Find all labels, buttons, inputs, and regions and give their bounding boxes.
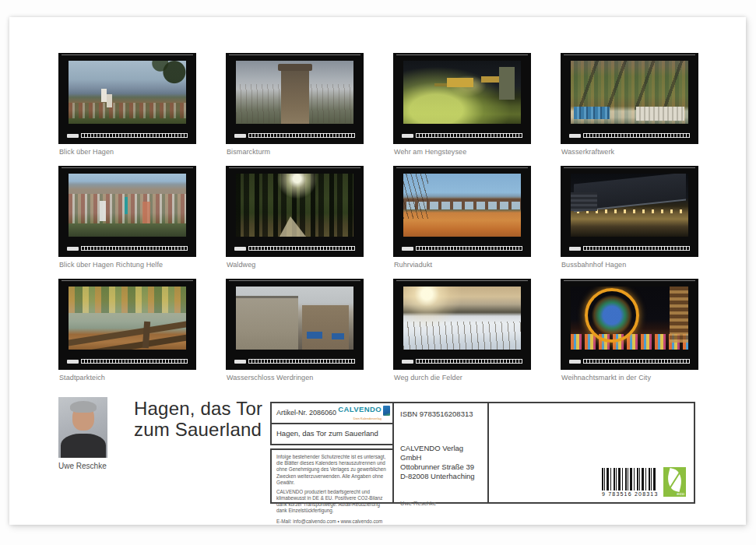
thumbnail-grid: Blick über Hagen Bismarckturm Wehr am He… bbox=[58, 53, 698, 382]
day-cells bbox=[248, 359, 355, 364]
thumbnail-caption: Wasserkraftwerk bbox=[561, 148, 698, 156]
article-title-box: Artikel-Nr. 2086060 CALVENDO Dein Kalend… bbox=[270, 402, 394, 445]
mini-calendar-strip bbox=[569, 358, 690, 364]
day-cells bbox=[248, 133, 355, 138]
photo-forest-path bbox=[236, 174, 353, 237]
day-cells bbox=[81, 246, 188, 251]
photo-view-hagen-helfe bbox=[69, 174, 186, 237]
isbn-publisher-box: ISBN 9783516208313 CALVENDO Verlag GmbH … bbox=[392, 402, 489, 504]
publisher-street: Ottobrunner Straße 39 bbox=[400, 462, 483, 472]
month-label-box bbox=[402, 247, 413, 251]
calendar-thumbnail: Blick über Hagen bbox=[58, 53, 196, 156]
author-credit: Uwe Reschke bbox=[400, 500, 483, 507]
title-line-2: zum Sauerland bbox=[134, 420, 262, 441]
day-cells bbox=[416, 133, 522, 138]
photo-bus-station bbox=[571, 174, 688, 237]
thumbnail-caption: Blick über Hagen bbox=[58, 148, 196, 156]
calendar-title: Hagen, das Tor zum Sauerland bbox=[134, 399, 262, 441]
calendar-title-row: Hagen, das Tor zum Sauerland bbox=[272, 424, 392, 438]
day-cells bbox=[248, 246, 355, 251]
calendar-thumbnail: Weihnachtsmarkt in der City bbox=[561, 279, 698, 382]
mini-calendar-cover bbox=[393, 53, 531, 144]
eco-label: eco bbox=[677, 491, 684, 496]
calendar-thumbnail: Bismarckturm bbox=[226, 53, 364, 156]
calendar-thumbnail: Ruhrviadukt bbox=[393, 166, 531, 269]
calendar-thumbnail: Wehr am Hengsteysee bbox=[393, 53, 531, 156]
mini-calendar-strip bbox=[67, 358, 188, 364]
month-label-box bbox=[67, 134, 79, 138]
thumbnail-caption: Wehr am Hengsteysee bbox=[393, 148, 531, 156]
day-cells bbox=[583, 246, 690, 251]
page-edge-highlight bbox=[62, 54, 193, 55]
thumbnail-caption: Ruhrviadukt bbox=[393, 261, 531, 269]
month-label-box bbox=[234, 360, 246, 364]
mini-calendar-strip bbox=[569, 132, 690, 139]
day-cells bbox=[416, 359, 522, 364]
thumbnail-caption: Bussbahnhof Hagen bbox=[561, 261, 698, 269]
month-label-box bbox=[67, 247, 79, 251]
photo-ruhr-viaduct bbox=[403, 174, 521, 237]
photo-view-over-hagen bbox=[69, 61, 186, 124]
thumbnail-caption: Weg durch die Felder bbox=[393, 374, 531, 382]
thumbnail-caption: Stadtparkteich bbox=[58, 374, 196, 382]
photo-bismarck-tower bbox=[236, 61, 353, 124]
day-cells bbox=[583, 133, 690, 138]
calvendo-wordmark: CALVENDO bbox=[338, 405, 382, 413]
page-edge-highlight bbox=[396, 167, 528, 168]
calendar-back-page: Blick über Hagen Bismarckturm Wehr am He… bbox=[9, 17, 746, 525]
publisher-name: CALVENDO Verlag GmbH bbox=[400, 444, 483, 462]
barcode-bars bbox=[602, 468, 656, 490]
portrait-hair bbox=[70, 401, 97, 413]
month-label-box bbox=[569, 134, 581, 138]
author-portrait bbox=[58, 397, 107, 458]
info-left-column: Artikel-Nr. 2086060 CALVENDO Dein Kalend… bbox=[270, 402, 394, 504]
month-label-box bbox=[234, 134, 246, 138]
photo-city-park-pond bbox=[69, 287, 186, 350]
mini-calendar-cover bbox=[561, 166, 698, 257]
calendar-thumbnail: Wasserschloss Werdringen bbox=[226, 279, 364, 382]
legal-paragraph-2: CALVENDO produziert bedarfsgerecht und k… bbox=[276, 489, 389, 515]
barcode-box: 9 783516 208313 eco bbox=[487, 402, 695, 504]
thumbnail-caption: Weihnachtsmarkt in der City bbox=[561, 374, 698, 382]
calvendo-tagline: Dein Kalenderverlag bbox=[353, 417, 382, 420]
day-cells bbox=[416, 246, 522, 251]
page-edge-highlight bbox=[229, 280, 360, 281]
day-cells bbox=[583, 359, 690, 364]
month-label-box bbox=[569, 360, 581, 364]
calvendo-flag-icon bbox=[383, 406, 390, 416]
mini-calendar-strip bbox=[67, 245, 188, 251]
calendar-thumbnail: Wasserkraftwerk bbox=[561, 53, 698, 156]
month-label-box bbox=[569, 247, 581, 251]
photo-christmas-market bbox=[571, 287, 688, 350]
photo-snowy-fields bbox=[403, 287, 521, 350]
mini-calendar-cover bbox=[58, 279, 196, 370]
month-label-box bbox=[234, 247, 246, 251]
page-edge-highlight bbox=[229, 54, 360, 55]
mini-calendar-cover bbox=[58, 53, 196, 144]
mini-calendar-cover bbox=[226, 279, 364, 370]
thumbnail-caption: Wasserschloss Werdringen bbox=[226, 374, 364, 382]
article-number-row: Artikel-Nr. 2086060 CALVENDO Dein Kalend… bbox=[272, 403, 392, 424]
page-edge-highlight bbox=[229, 167, 360, 168]
thumbnail-caption: Blick über Hagen Richtung Helfe bbox=[58, 261, 196, 269]
isbn-number: ISBN 9783516208313 bbox=[400, 410, 483, 418]
month-label-box bbox=[67, 360, 79, 364]
calendar-thumbnail: Stadtparkteich bbox=[58, 279, 196, 382]
legal-paragraph-1: Infolge bestehender Schutzrechte ist es … bbox=[276, 454, 389, 486]
mini-calendar-strip bbox=[67, 132, 188, 139]
mini-calendar-strip bbox=[402, 132, 522, 139]
mini-calendar-strip bbox=[569, 245, 690, 251]
publisher-info-box: Artikel-Nr. 2086060 CALVENDO Dein Kalend… bbox=[270, 402, 695, 504]
mini-calendar-cover bbox=[393, 166, 531, 257]
page-edge-highlight bbox=[62, 280, 193, 281]
barcode-group: 9 783516 208313 eco bbox=[602, 467, 686, 497]
page-edge-highlight bbox=[62, 167, 193, 168]
page-edge-highlight bbox=[564, 280, 695, 281]
calendar-thumbnail: Waldweg bbox=[226, 166, 364, 269]
article-number: Artikel-Nr. 2086060 bbox=[276, 409, 336, 417]
publisher-city: D-82008 Unterhaching bbox=[400, 472, 483, 481]
mini-calendar-strip bbox=[402, 245, 522, 251]
contact-line: E-Mail: info@calvendo.com • www.calvendo… bbox=[276, 519, 389, 525]
month-label-box bbox=[402, 134, 413, 138]
mini-calendar-strip bbox=[234, 358, 355, 364]
